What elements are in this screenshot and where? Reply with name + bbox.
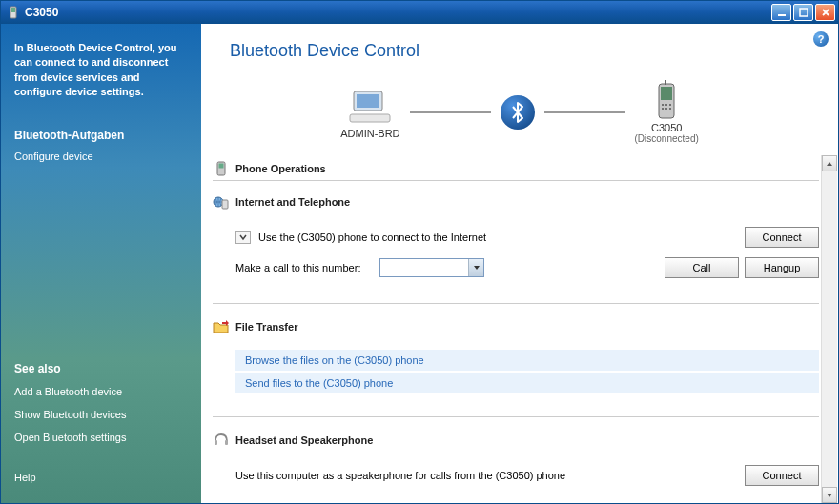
expand-toggle[interactable] — [235, 231, 251, 244]
close-button[interactable] — [815, 4, 835, 21]
sidebar-open-settings[interactable]: Open Bluetooth settings — [14, 429, 188, 446]
hangup-button[interactable]: Hangup — [745, 257, 819, 278]
svg-point-11 — [665, 104, 667, 106]
svg-rect-1 — [11, 8, 15, 12]
connect-headset-button[interactable]: Connect — [745, 465, 819, 486]
svg-point-10 — [662, 104, 664, 106]
sidebar-tasks-header: Bluetooth-Aufgaben — [14, 129, 188, 142]
minimize-button[interactable] — [771, 4, 791, 21]
headset-desc: Use this computer as a speakerphone for … — [235, 470, 565, 481]
svg-point-12 — [669, 104, 671, 106]
window-body: In Bluetooth Device Control, you can con… — [1, 24, 838, 503]
scroll-track[interactable] — [822, 171, 837, 487]
mobile-phone-icon — [642, 80, 691, 122]
chevron-down-icon[interactable] — [468, 259, 483, 276]
use-phone-internet-text: Use the (C3050) phone to connect to the … — [258, 232, 486, 243]
svg-rect-21 — [225, 440, 228, 445]
diagram-device-status: (Disconnected) — [635, 133, 699, 144]
titlebar: C3050 — [1, 1, 838, 24]
svg-point-15 — [669, 108, 671, 110]
sidebar-add-device[interactable]: Add a Bluetooth device — [14, 383, 188, 400]
headset-label: Headset and Speakerphone — [235, 434, 373, 446]
headset-icon — [213, 433, 230, 448]
connect-internet-button[interactable]: Connect — [745, 227, 819, 248]
window-buttons — [771, 4, 835, 21]
send-files-link[interactable]: Send files to the (C3050) phone — [235, 373, 819, 393]
svg-point-13 — [662, 108, 664, 110]
window-title: C3050 — [25, 6, 771, 19]
sidebar-intro: In Bluetooth Device Control, you can con… — [14, 41, 188, 100]
phone-operations-label: Phone Operations — [235, 163, 326, 174]
browse-files-link[interactable]: Browse the files on the (C3050) phone — [235, 350, 819, 371]
file-transfer-label: File Transfer — [235, 321, 297, 333]
phone-operations-header: Phone Operations — [213, 155, 819, 181]
svg-rect-8 — [661, 87, 672, 100]
see-also-header: See also — [14, 362, 188, 375]
internet-telephone-header: Internet and Telephone — [213, 189, 819, 213]
svg-point-14 — [665, 108, 667, 110]
phone-icon — [213, 161, 230, 176]
page-title: Bluetooth Device Control — [201, 24, 838, 71]
file-transfer-header: File Transfer — [213, 313, 819, 338]
sidebar: In Bluetooth Device Control, you can con… — [1, 24, 201, 503]
svg-rect-9 — [665, 80, 666, 85]
svg-rect-3 — [800, 9, 808, 16]
folder-transfer-icon — [213, 319, 230, 334]
diagram-line-left — [410, 111, 491, 113]
svg-rect-20 — [215, 440, 217, 445]
phone-icon — [7, 6, 20, 19]
diagram-pc-label: ADMIN-BRD — [340, 128, 399, 139]
app-window: C3050 In Bluetooth Device Control, you c… — [0, 0, 839, 504]
content-area: Phone Operations Internet and Telephone … — [201, 155, 838, 503]
maximize-button[interactable] — [793, 4, 813, 21]
sidebar-see-also: See also Add a Bluetooth device Show Blu… — [14, 362, 188, 452]
diagram-line-right — [544, 111, 625, 113]
phone-number-combo[interactable] — [379, 258, 484, 277]
svg-rect-19 — [222, 200, 228, 209]
computer-icon — [345, 86, 395, 128]
svg-rect-2 — [778, 14, 786, 16]
sidebar-configure-device[interactable]: Configure device — [14, 148, 188, 165]
bluetooth-icon — [501, 95, 535, 130]
globe-phone-icon — [213, 194, 230, 210]
internet-telephone-label: Internet and Telephone — [235, 196, 350, 208]
diagram-device-node: C3050 (Disconnected) — [635, 80, 699, 144]
scroll-down-button[interactable] — [822, 487, 837, 503]
sidebar-help[interactable]: Help — [14, 469, 188, 486]
sidebar-show-devices[interactable]: Show Bluetooth devices — [14, 406, 188, 423]
svg-rect-17 — [219, 164, 224, 169]
diagram-pc-node: ADMIN-BRD — [340, 86, 399, 139]
svg-rect-6 — [350, 114, 390, 122]
connection-diagram: ADMIN-BRD C3050 (Disconnected) — [201, 71, 838, 155]
main-panel: ? Bluetooth Device Control ADMIN-BRD — [201, 24, 838, 503]
scrollbar[interactable] — [821, 155, 837, 503]
call-button[interactable]: Call — [665, 257, 739, 278]
headset-header: Headset and Speakerphone — [213, 427, 819, 452]
diagram-device-label: C3050 — [651, 122, 682, 133]
svg-rect-5 — [357, 94, 379, 108]
help-icon[interactable]: ? — [813, 31, 829, 47]
scroll-up-button[interactable] — [822, 155, 837, 171]
make-call-label: Make a call to this number: — [235, 262, 360, 273]
